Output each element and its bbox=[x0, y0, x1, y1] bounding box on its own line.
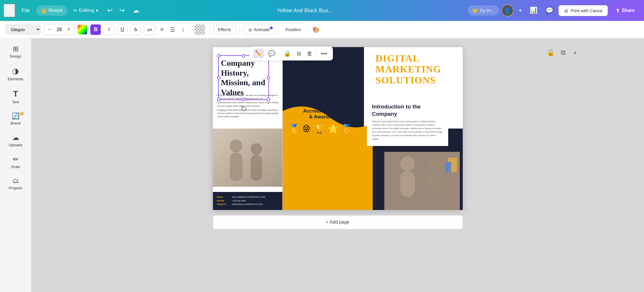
left-sidebar: ⊞ Design ◑ Elements T Text 🔄 👑 Brand ☁ U… bbox=[0, 38, 31, 292]
marketing-title-block: DIGITAL MARKETING SOLUTIONS bbox=[376, 53, 457, 86]
text-color-button[interactable] bbox=[78, 25, 87, 35]
toolbar-divider bbox=[190, 25, 191, 34]
italic-button[interactable]: I bbox=[104, 24, 114, 35]
try-pro-label: Try Pr... bbox=[480, 8, 495, 13]
phone-label: PHONE bbox=[217, 199, 232, 203]
sidebar-item-design[interactable]: ⊞ Design bbox=[3, 41, 29, 62]
element-toolbar: ✏️ 💬 🔒 ⧉ 🗑 ••• bbox=[249, 47, 333, 60]
list-style-button[interactable]: ☰ bbox=[168, 25, 177, 34]
cloud-save-button[interactable]: ☁ bbox=[130, 5, 142, 16]
svg-point-3 bbox=[250, 143, 262, 155]
selected-text-element[interactable]: Company History, Mission, and Values bbox=[218, 55, 269, 100]
add-collaborator-button[interactable]: + bbox=[516, 6, 524, 15]
svg-point-9 bbox=[400, 156, 415, 171]
lock-element-button[interactable]: 🔒 bbox=[282, 49, 293, 58]
bullet-text-2: Comprehensive SEO Services: Improve your… bbox=[217, 101, 279, 107]
draw-icon: ✏ bbox=[13, 155, 19, 163]
people-illustration bbox=[213, 129, 282, 187]
more-options-button[interactable]: ••• bbox=[319, 49, 329, 58]
print-button[interactable]: 🖨 Print with Canva bbox=[559, 5, 607, 16]
increase-font-size-button[interactable]: + bbox=[65, 26, 72, 33]
award-icon-2: 🏵 bbox=[302, 124, 311, 134]
bullet-item-3: • Engaging Social Media Management: Buil… bbox=[216, 108, 279, 118]
canvas-area[interactable]: ✏️ 💬 🔒 ⧉ 🗑 ••• 🔒 ⧉ ＋ bbox=[31, 38, 644, 292]
toolbar-divider-2 bbox=[209, 25, 209, 34]
lock-page-button[interactable]: 🔒 bbox=[545, 47, 556, 58]
transparency-button[interactable] bbox=[195, 24, 205, 35]
file-menu-button[interactable]: File bbox=[17, 6, 34, 15]
selected-text-content[interactable]: Company History, Mission, and Values bbox=[221, 58, 266, 97]
analytics-button[interactable]: 📊 bbox=[527, 5, 540, 16]
animate-label: Animate bbox=[254, 27, 270, 32]
case-toggle-button[interactable]: aA bbox=[144, 24, 155, 35]
brochure-document: Company History, Mission, and Values ↻ •… bbox=[213, 47, 463, 210]
svg-rect-10 bbox=[400, 171, 415, 197]
position-button[interactable]: Position bbox=[283, 25, 304, 34]
add-page-button[interactable]: ＋ bbox=[570, 47, 580, 59]
print-label: Print with Canva bbox=[571, 8, 602, 13]
title-line-2: MARKETING bbox=[376, 64, 457, 74]
sidebar-item-uploads[interactable]: ☁ Uploads bbox=[3, 130, 29, 151]
award-icon-4: ⭐ bbox=[328, 124, 338, 134]
resize-handle-tl[interactable] bbox=[217, 54, 220, 58]
svg-point-11 bbox=[427, 156, 440, 168]
avatar[interactable]: 👤 bbox=[501, 4, 514, 17]
resize-handle-ml[interactable] bbox=[217, 76, 220, 79]
share-icon: ⬆ bbox=[616, 8, 620, 13]
resize-handle-tm[interactable] bbox=[242, 54, 245, 58]
edit-element-button[interactable]: ✏️ bbox=[253, 49, 264, 58]
svg-point-1 bbox=[229, 140, 242, 152]
projects-icon: 🗂 bbox=[12, 177, 19, 185]
sidebar-item-text[interactable]: T Text bbox=[3, 86, 29, 108]
sidebar-item-brand[interactable]: 🔄 👑 Brand bbox=[3, 109, 29, 129]
design-icon: ⊞ bbox=[13, 45, 19, 53]
text-icon: T bbox=[13, 89, 18, 99]
uploads-label: Uploads bbox=[9, 143, 23, 147]
underline-button[interactable]: U bbox=[117, 24, 128, 35]
share-button[interactable]: ⬆ Share bbox=[610, 5, 641, 16]
bullet-dot-3: • bbox=[216, 108, 216, 118]
font-family-select[interactable]: Glegoo bbox=[6, 25, 41, 34]
resize-button[interactable]: 👑 Resize bbox=[36, 6, 67, 16]
undo-redo-controls: ↩ ↪ bbox=[104, 5, 128, 16]
redo-button[interactable]: ↪ bbox=[116, 5, 128, 16]
sidebar-item-draw[interactable]: ✏ Draw bbox=[3, 152, 29, 172]
line-spacing-button[interactable]: ↕ bbox=[180, 25, 186, 34]
editing-label: Editing bbox=[79, 8, 94, 13]
strikethrough-button[interactable]: S̶ bbox=[130, 24, 141, 35]
brand-icon: 🔄 bbox=[12, 112, 19, 120]
website-value: WWW.REALLYGREATSITE.COM bbox=[232, 203, 262, 205]
comment-element-button[interactable]: 💬 bbox=[266, 49, 277, 58]
editing-mode-button[interactable]: ✏ Editing ▾ bbox=[70, 5, 102, 16]
sidebar-item-projects[interactable]: 🗂 Projects bbox=[3, 174, 29, 194]
decrease-font-size-button[interactable]: − bbox=[46, 26, 53, 33]
resize-handle-br[interactable] bbox=[267, 98, 270, 101]
hamburger-menu-button[interactable]: ☰ bbox=[3, 4, 15, 17]
svg-rect-2 bbox=[229, 152, 242, 181]
sidebar-item-elements[interactable]: ◑ Elements bbox=[3, 63, 29, 85]
try-pro-button[interactable]: 👑 Try Pr... bbox=[468, 6, 499, 15]
brochure-right-panel: DIGITAL MARKETING SOLUTIONS Accreditatio… bbox=[283, 47, 463, 210]
duplicate-element-button[interactable]: ⧉ bbox=[295, 49, 303, 58]
award-icon-3: 🏆 bbox=[314, 124, 325, 134]
undo-button[interactable]: ↩ bbox=[104, 5, 115, 16]
draw-label: Draw bbox=[11, 165, 20, 169]
animate-button[interactable]: ◎ Animate bbox=[244, 25, 274, 34]
resize-handle-bl[interactable] bbox=[217, 98, 220, 101]
effects-button[interactable]: Effects bbox=[214, 25, 236, 34]
resize-handle-mr[interactable] bbox=[267, 76, 270, 79]
toolbar-divider-5 bbox=[308, 25, 308, 34]
toolbar-divider-3 bbox=[240, 25, 240, 34]
copy-page-button[interactable]: ⧉ bbox=[559, 47, 567, 58]
add-page-button[interactable]: + Add page bbox=[213, 215, 463, 229]
comments-button[interactable]: 💬 bbox=[543, 5, 556, 16]
resize-handle-bm[interactable] bbox=[242, 98, 245, 101]
document-canvas[interactable]: Company History, Mission, and Values ↻ •… bbox=[213, 47, 463, 229]
text-align-button[interactable]: ≡ bbox=[158, 25, 165, 34]
awards-grid: 🥇 🏵 🏆 ⭐ 🏅 bbox=[288, 124, 352, 134]
style-copy-button[interactable]: 🎨 bbox=[312, 26, 320, 33]
bold-button[interactable]: B bbox=[90, 24, 101, 35]
delete-element-button[interactable]: 🗑 bbox=[305, 49, 314, 58]
text-label: Text bbox=[12, 100, 19, 104]
chevron-down-icon: ▾ bbox=[96, 8, 98, 14]
